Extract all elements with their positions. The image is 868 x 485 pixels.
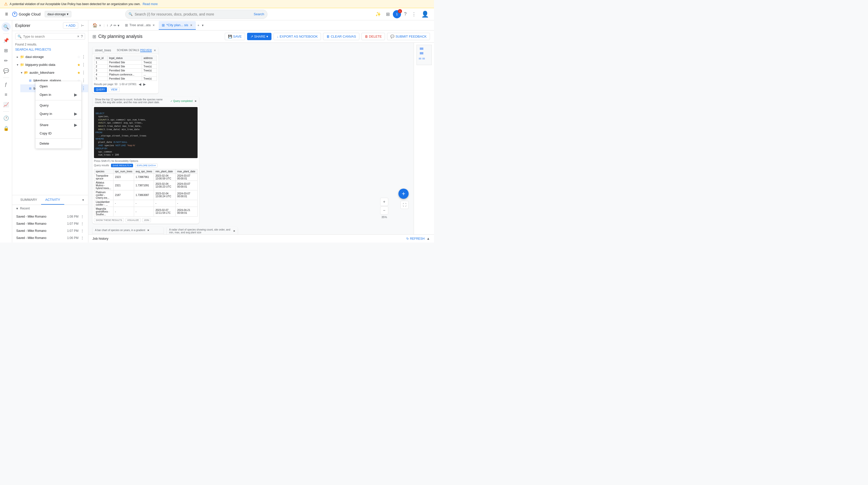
- menu-item-open-in[interactable]: Open in ▶: [36, 90, 81, 99]
- more-bikeshare-button[interactable]: ⋮: [81, 70, 86, 76]
- street-trees-close-button[interactable]: ×: [154, 48, 156, 52]
- bar-chart-close-button[interactable]: ×: [147, 228, 149, 232]
- user-profile-button[interactable]: 👤: [419, 9, 431, 20]
- activity-list: Saved - Mike Romano 1:08 PM ⋮ Saved - Mi…: [12, 212, 88, 242]
- rail-pin-icon[interactable]: 📌: [2, 36, 11, 45]
- warning-read-more-link[interactable]: Read more: [143, 2, 158, 6]
- activity-more-0[interactable]: ⋮: [81, 215, 84, 219]
- rail-list-icon[interactable]: ≡: [2, 90, 11, 99]
- rail-chart-icon[interactable]: 📈: [2, 100, 11, 109]
- rail-search-icon[interactable]: 🔍: [2, 22, 11, 31]
- search-input[interactable]: [134, 12, 252, 16]
- warning-text: A potential violation of our Acceptable …: [10, 2, 141, 6]
- hamburger-button[interactable]: ☰: [3, 10, 10, 18]
- more-stations-button[interactable]: ⋮: [81, 78, 86, 83]
- refresh-job-history-button[interactable]: ↻ REFRESH: [406, 237, 424, 240]
- menu-item-delete[interactable]: Delete: [36, 140, 81, 147]
- preview-tab[interactable]: PREVIEW: [140, 49, 152, 52]
- canvas-area[interactable]: street_trees SCHEMA DETAILS PREVIEW ×: [88, 43, 414, 234]
- tab-city-planning-close[interactable]: ×: [190, 23, 193, 27]
- console-button[interactable]: ⊞: [384, 9, 392, 19]
- rail-functions-icon[interactable]: ƒ: [2, 80, 11, 89]
- menu-item-query-in[interactable]: Query in ▶: [36, 109, 81, 118]
- submit-feedback-button[interactable]: 💬 SUBMIT FEEDBACK: [387, 33, 430, 40]
- search-bar[interactable]: 🔍 Search: [125, 10, 268, 19]
- prev-page-button[interactable]: ◀: [138, 82, 141, 86]
- ai-spark-button[interactable]: ✨: [373, 9, 383, 19]
- sidebar-search-clear-button[interactable]: ×: [77, 34, 79, 38]
- recent-collapse-button[interactable]: ▾: [16, 206, 18, 210]
- sidebar-search-input[interactable]: austin bikes: [23, 34, 76, 38]
- sidebar-collapse-button[interactable]: ⊢: [80, 23, 85, 28]
- more-daui-storage-button[interactable]: ⋮: [81, 54, 86, 60]
- tabs-more-button[interactable]: ▾: [201, 22, 205, 28]
- save-results-button[interactable]: SAVE RESULTS ▾: [111, 164, 133, 167]
- clear-canvas-button[interactable]: 🗑 CLEAR CANVAS: [323, 33, 359, 40]
- more-trips-button[interactable]: ⋮: [81, 85, 86, 91]
- menu-query-label: Query: [40, 104, 49, 107]
- rail-lock-icon[interactable]: 🔒: [2, 124, 11, 133]
- share-button[interactable]: ↗ SHARE ▾: [247, 33, 272, 40]
- job-history-collapse-icon: ▲: [427, 237, 430, 240]
- query-card-close-button[interactable]: ×: [194, 99, 196, 103]
- tab-tree-analysis[interactable]: ⊞ Tree anal...ata ×: [122, 21, 158, 30]
- add-tab-button[interactable]: +: [196, 22, 200, 28]
- tab-summary[interactable]: SUMMARY: [16, 195, 41, 205]
- tree-item-austin-bikeshare[interactable]: ▾ 📂 austin_bikeshare ★ ⋮: [16, 68, 88, 77]
- job-history-bar[interactable]: Job history ↻ REFRESH ▲: [88, 234, 434, 242]
- more-bigquery-button[interactable]: ⋮: [81, 62, 86, 67]
- visualize-button[interactable]: VISUALIZE: [125, 218, 141, 222]
- rail-chat-icon[interactable]: 💬: [2, 66, 11, 76]
- query-street-trees-button[interactable]: QUERY: [94, 87, 107, 92]
- tab-activity[interactable]: ACTIVITY: [41, 195, 64, 205]
- star-daui-storage-button[interactable]: ☆: [77, 54, 81, 59]
- tree-item-bigquery-public-data[interactable]: ▾ 📁 bigquery-public-data ★ ⋮: [12, 61, 88, 68]
- activity-more-1[interactable]: ⋮: [81, 222, 84, 226]
- view-street-trees-button[interactable]: VIEW: [108, 87, 120, 92]
- menu-item-copy-id[interactable]: Copy ID: [36, 130, 81, 137]
- tab-tree-analysis-close[interactable]: ×: [152, 23, 155, 27]
- sidebar-search-box[interactable]: 🔍 austin bikes × ?: [15, 33, 85, 40]
- sidebar-header: Explorer + ADD ⊢: [12, 20, 88, 31]
- activity-more-2[interactable]: ⋮: [81, 229, 84, 233]
- bottom-panel-chevron-button[interactable]: ▾: [82, 198, 84, 202]
- export-notebook-button[interactable]: ↓ EXPORT AS NOTEBOOK: [274, 33, 321, 40]
- show-results-button[interactable]: SHOW THESE RESULTS: [94, 218, 124, 222]
- explore-data-button[interactable]: EXPLORE DATA ▾: [135, 164, 158, 168]
- activity-more-3[interactable]: ⋮: [81, 236, 84, 240]
- tab-tree-analysis-label: Tree anal...ata: [129, 23, 151, 27]
- fullscreen-button[interactable]: ⛶: [401, 201, 409, 209]
- join-button[interactable]: JOIN: [142, 218, 151, 222]
- zoom-out-button[interactable]: −: [380, 206, 388, 215]
- search-all-projects-link[interactable]: SEARCH ALL PROJECTS: [12, 47, 88, 52]
- rail-dashboard-icon[interactable]: ⊞: [2, 46, 11, 55]
- add-block-fab-button[interactable]: +: [398, 189, 409, 199]
- query-result-actions: Query results SAVE RESULTS ▾ EXPLORE DAT…: [94, 164, 197, 168]
- rail-schedule-icon[interactable]: 🕐: [2, 114, 11, 123]
- menu-item-query[interactable]: Query: [36, 102, 81, 109]
- tab-city-planning[interactable]: ⊞ *City plan... sis ×: [159, 21, 196, 30]
- menu-item-open[interactable]: Open: [36, 82, 81, 90]
- home-tab-close-button[interactable]: ×: [98, 23, 101, 27]
- delete-button[interactable]: 🗑 DELETE: [361, 33, 385, 40]
- tree-item-daui-storage[interactable]: ▸ 📁 daui-storage ☆ ⋮: [12, 53, 88, 61]
- zoom-in-button[interactable]: +: [380, 198, 388, 206]
- rail-compose-icon[interactable]: ✏: [2, 56, 11, 65]
- search-button[interactable]: Search: [254, 12, 264, 16]
- details-tab[interactable]: DETAILS: [129, 49, 139, 52]
- help-button[interactable]: ?: [402, 9, 409, 19]
- add-resource-button[interactable]: + ADD: [63, 22, 78, 29]
- radar-chart-close-button[interactable]: ×: [233, 229, 235, 233]
- save-button[interactable]: 💾 SAVE: [225, 33, 245, 40]
- project-selector[interactable]: daui-storage ▾: [45, 11, 71, 17]
- sidebar-search-help-button[interactable]: ?: [81, 34, 83, 38]
- share-label: SHARE: [254, 34, 266, 38]
- job-history-collapse-button[interactable]: ▲: [427, 237, 430, 240]
- more-options-button[interactable]: ⋮: [410, 9, 418, 19]
- schema-tab[interactable]: SCHEMA: [117, 49, 128, 52]
- next-page-button[interactable]: ▶: [143, 82, 146, 86]
- menu-item-share[interactable]: Share ▶: [36, 120, 81, 130]
- star-bikeshare-button[interactable]: ★: [77, 70, 81, 75]
- delete-label: DELETE: [369, 34, 382, 38]
- star-bigquery-button[interactable]: ★: [77, 62, 81, 67]
